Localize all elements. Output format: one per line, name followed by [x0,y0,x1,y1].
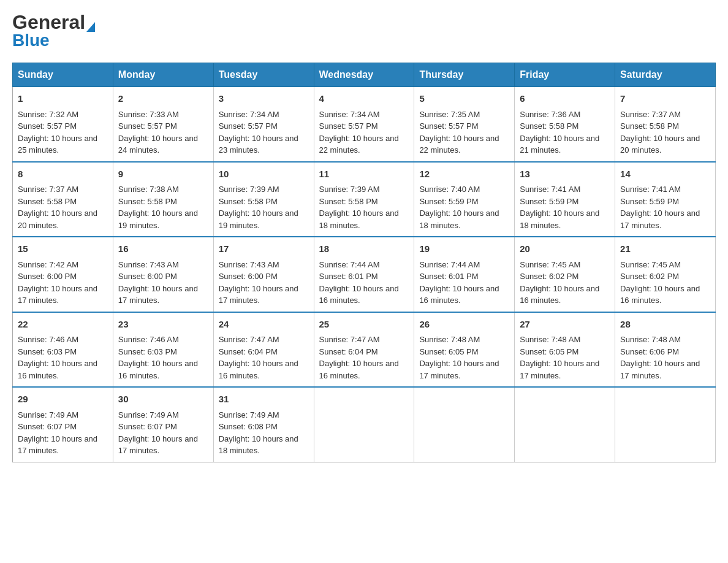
day-header-saturday: Saturday [615,63,716,87]
calendar-week-4: 22Sunrise: 7:46 AMSunset: 6:03 PMDayligh… [13,312,716,388]
calendar-cell: 11Sunrise: 7:39 AMSunset: 5:58 PMDayligh… [314,162,414,237]
calendar-cell: 20Sunrise: 7:45 AMSunset: 6:02 PMDayligh… [515,237,615,312]
day-number: 26 [419,318,509,332]
sunrise-label: Sunrise: 7:42 AM [18,260,78,269]
day-header-monday: Monday [113,63,213,87]
daylight-label: Daylight: 10 hours and 16 minutes. [18,359,97,380]
sunset-label: Sunset: 5:57 PM [219,121,278,131]
calendar-cell: 2Sunrise: 7:33 AMSunset: 5:57 PMDaylight… [113,87,213,162]
calendar-cell: 31Sunrise: 7:49 AMSunset: 6:08 PMDayligh… [213,387,314,462]
sunrise-label: Sunrise: 7:47 AM [319,335,380,344]
day-number: 16 [118,242,208,256]
sunset-label: Sunset: 6:06 PM [620,347,679,356]
daylight-label: Daylight: 10 hours and 17 minutes. [18,434,97,456]
day-number: 9 [118,167,208,182]
daylight-label: Daylight: 10 hours and 18 minutes. [520,209,599,230]
calendar-cell: 9Sunrise: 7:38 AMSunset: 5:58 PMDaylight… [113,162,213,237]
day-number: 19 [419,242,509,256]
day-header-tuesday: Tuesday [213,63,314,87]
calendar-cell: 6Sunrise: 7:36 AMSunset: 5:58 PMDaylight… [515,87,615,162]
day-number: 7 [620,92,710,106]
calendar-cell: 5Sunrise: 7:35 AMSunset: 5:57 PMDaylight… [414,87,515,162]
day-number: 4 [319,92,409,106]
day-number: 15 [18,242,108,256]
sunset-label: Sunset: 5:58 PM [18,197,77,206]
calendar-cell: 3Sunrise: 7:34 AMSunset: 5:57 PMDaylight… [213,87,314,162]
calendar-cell: 10Sunrise: 7:39 AMSunset: 5:58 PMDayligh… [213,162,314,237]
daylight-label: Daylight: 10 hours and 25 minutes. [18,134,97,155]
daylight-label: Daylight: 10 hours and 17 minutes. [118,284,198,305]
sunset-label: Sunset: 5:57 PM [118,121,177,131]
day-number: 3 [219,92,309,106]
calendar-table: SundayMondayTuesdayWednesdayThursdayFrid… [12,63,716,462]
sunset-label: Sunset: 6:08 PM [219,422,278,431]
calendar-cell: 12Sunrise: 7:40 AMSunset: 5:59 PMDayligh… [414,162,515,237]
day-number: 20 [520,242,610,256]
day-header-friday: Friday [515,63,615,87]
day-number: 14 [620,167,710,182]
sunrise-label: Sunrise: 7:37 AM [18,185,78,194]
calendar-cell [515,387,615,462]
logo-arrow-icon [86,22,95,32]
daylight-label: Daylight: 10 hours and 20 minutes. [18,209,97,230]
calendar-cell: 1Sunrise: 7:32 AMSunset: 5:57 PMDaylight… [13,87,113,162]
sunset-label: Sunset: 5:58 PM [219,197,278,206]
calendar-cell: 21Sunrise: 7:45 AMSunset: 6:02 PMDayligh… [615,237,716,312]
daylight-label: Daylight: 10 hours and 18 minutes. [419,209,499,230]
calendar-cell: 17Sunrise: 7:43 AMSunset: 6:00 PMDayligh… [213,237,314,312]
calendar-cell [414,387,515,462]
calendar-week-5: 29Sunrise: 7:49 AMSunset: 6:07 PMDayligh… [13,387,716,462]
daylight-label: Daylight: 10 hours and 22 minutes. [319,134,399,155]
day-number: 8 [18,167,108,182]
calendar-cell: 14Sunrise: 7:41 AMSunset: 5:59 PMDayligh… [615,162,716,237]
calendar-cell: 25Sunrise: 7:47 AMSunset: 6:04 PMDayligh… [314,312,414,388]
sunrise-label: Sunrise: 7:38 AM [118,185,179,194]
calendar-cell: 8Sunrise: 7:37 AMSunset: 5:58 PMDaylight… [13,162,113,237]
calendar-cell: 4Sunrise: 7:34 AMSunset: 5:57 PMDaylight… [314,87,414,162]
daylight-label: Daylight: 10 hours and 17 minutes. [419,359,499,380]
daylight-label: Daylight: 10 hours and 19 minutes. [219,209,298,230]
sunrise-label: Sunrise: 7:44 AM [419,260,480,269]
logo-general-text: General [12,11,85,33]
sunrise-label: Sunrise: 7:40 AM [419,185,480,194]
daylight-label: Daylight: 10 hours and 16 minutes. [118,359,198,380]
day-number: 22 [18,318,108,332]
sunset-label: Sunset: 5:57 PM [319,121,378,131]
sunset-label: Sunset: 6:05 PM [520,347,578,356]
calendar-cell: 22Sunrise: 7:46 AMSunset: 6:03 PMDayligh… [13,312,113,388]
calendar-cell [314,387,414,462]
daylight-label: Daylight: 10 hours and 17 minutes. [18,284,97,305]
sunset-label: Sunset: 6:05 PM [419,347,478,356]
daylight-label: Daylight: 10 hours and 16 minutes. [520,284,599,305]
daylight-label: Daylight: 10 hours and 17 minutes. [520,359,599,380]
day-number: 6 [520,92,610,106]
sunrise-label: Sunrise: 7:41 AM [520,185,580,194]
daylight-label: Daylight: 10 hours and 19 minutes. [118,209,198,230]
day-number: 13 [520,167,610,182]
daylight-label: Daylight: 10 hours and 17 minutes. [118,434,198,456]
sunset-label: Sunset: 5:57 PM [419,121,478,131]
daylight-label: Daylight: 10 hours and 18 minutes. [319,209,399,230]
calendar-cell: 23Sunrise: 7:46 AMSunset: 6:03 PMDayligh… [113,312,213,388]
logo: General Blue [12,12,95,50]
sunrise-label: Sunrise: 7:43 AM [219,260,279,269]
daylight-label: Daylight: 10 hours and 21 minutes. [520,134,599,155]
sunset-label: Sunset: 6:01 PM [319,272,378,281]
sunset-label: Sunset: 6:04 PM [219,347,278,356]
sunset-label: Sunset: 5:59 PM [520,197,578,206]
sunset-label: Sunset: 5:57 PM [18,121,77,131]
page-header: General Blue [12,12,716,50]
sunrise-label: Sunrise: 7:46 AM [18,335,78,344]
day-number: 21 [620,242,710,256]
day-number: 10 [219,167,309,182]
sunset-label: Sunset: 6:03 PM [118,347,177,356]
sunrise-label: Sunrise: 7:45 AM [520,260,580,269]
calendar-week-1: 1Sunrise: 7:32 AMSunset: 5:57 PMDaylight… [13,87,716,162]
calendar-cell [615,387,716,462]
calendar-cell: 26Sunrise: 7:48 AMSunset: 6:05 PMDayligh… [414,312,515,388]
daylight-label: Daylight: 10 hours and 20 minutes. [620,134,700,155]
daylight-label: Daylight: 10 hours and 17 minutes. [620,209,700,230]
sunrise-label: Sunrise: 7:43 AM [118,260,179,269]
sunset-label: Sunset: 5:58 PM [118,197,177,206]
daylight-label: Daylight: 10 hours and 16 minutes. [419,284,499,305]
